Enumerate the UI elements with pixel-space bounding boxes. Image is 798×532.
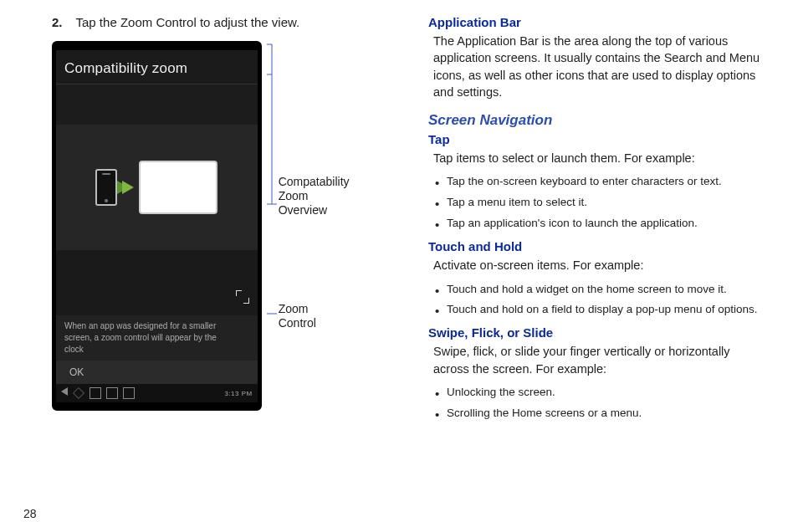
intro-tap: Tap items to select or launch them. For …	[433, 150, 768, 166]
heading-screen-navigation: Screen Navigation	[428, 112, 768, 129]
heading-application-bar: Application Bar	[428, 15, 768, 29]
step-text: Tap the Zoom Control to adjust the view.	[76, 15, 300, 29]
menu-icon[interactable]	[123, 387, 135, 399]
list-touch-hold: Touch and hold a widget on the home scre…	[428, 281, 768, 320]
list-item: Tap the on-screen keyboard to enter char…	[435, 173, 768, 191]
dialog-title: Compatibility zoom	[56, 50, 258, 84]
ok-label: OK	[69, 366, 84, 378]
intro-swipe: Swipe, flick, or slide your finger verti…	[433, 343, 768, 377]
ok-button[interactable]: OK	[56, 361, 258, 384]
right-column: Application Bar The Application Bar is t…	[428, 15, 768, 429]
list-tap: Tap the on-screen keyboard to enter char…	[428, 173, 768, 233]
list-item: Tap a menu item to select it.	[435, 194, 768, 212]
list-item: Scrolling the Home screens or a menu.	[435, 405, 768, 422]
heading-tap: Tap	[428, 132, 768, 146]
step-2: 2.Tap the Zoom Control to adjust the vie…	[52, 15, 391, 29]
back-icon[interactable]	[61, 387, 68, 396]
status-time: 3:13 PM	[224, 390, 252, 397]
home-icon[interactable]	[73, 387, 84, 399]
expand-icon	[236, 290, 249, 304]
mini-phone-icon	[95, 169, 117, 206]
overview-graphic	[56, 125, 258, 250]
intro-touch-hold: Activate on-screen items. For example:	[433, 257, 768, 274]
list-swipe: Unlocking the screen. Scrolling the Home…	[428, 384, 768, 422]
list-item: Unlocking the screen.	[435, 384, 768, 402]
figure: Compatibility zoom When an app was desig…	[52, 41, 391, 411]
page-number: 28	[23, 507, 37, 520]
dialog-info-text: When an app was designed for a smaller s…	[56, 315, 258, 361]
heading-swipe: Swipe, Flick, or Slide	[428, 325, 768, 340]
tablet-icon	[139, 161, 217, 214]
screenshot-icon[interactable]	[106, 387, 118, 399]
list-item: Tap an application's icon to launch the …	[435, 215, 768, 233]
phone-screenshot: Compatibility zoom When an app was desig…	[52, 41, 262, 411]
step-number: 2.	[52, 15, 63, 29]
recent-icon[interactable]	[90, 387, 101, 399]
heading-touch-hold: Touch and Hold	[428, 239, 768, 253]
list-item: Touch and hold a widget on the home scre…	[435, 281, 768, 299]
system-navbar: 3:13 PM	[56, 384, 258, 402]
callout-overview: Compatability Zoom Overview	[279, 175, 350, 217]
callout-zoom-control: Zoom Control	[279, 302, 316, 330]
list-item: Touch and hold on a field to display a p…	[435, 301, 768, 319]
left-column: 2.Tap the Zoom Control to adjust the vie…	[52, 15, 391, 429]
arrow-icon	[122, 181, 134, 194]
body-application-bar: The Application Bar is the area along th…	[433, 33, 768, 100]
